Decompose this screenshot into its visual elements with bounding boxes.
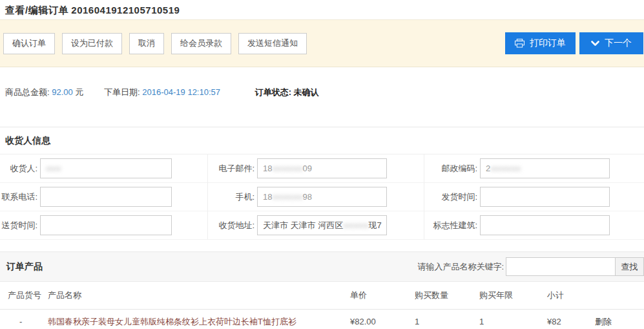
confirm-order-button[interactable]: 确认订单 [3,33,55,54]
chevron-down-icon [591,41,599,47]
product-search-area: 请输入产品名称关键字: 查找 [417,257,644,276]
redacted-value: ●●●●● [343,220,368,230]
order-summary: 商品总金额: 92.00 元 下单日期: 2016-04-19 12:10:57… [0,67,644,98]
delivery-time-input[interactable] [40,215,172,235]
order-date-value: 2016-04-19 12:10:57 [142,87,220,97]
print-order-label: 打印订单 [530,37,566,49]
toolbar-right-buttons: 打印订单 下一个 [505,32,643,54]
products-table-header-row: 产品货号 产品名称 单价 购买数量 购买年限 小计 [0,282,644,309]
redacted-value: ●●●●●● [272,192,302,202]
col-years: 购买年限 [477,282,545,309]
consignee-input[interactable]: ●●● [40,158,172,178]
field-email: 电子邮件: 18●●●●●●09 [208,154,424,183]
ship-time-input[interactable] [480,187,610,207]
delete-link[interactable]: 删除 [595,317,612,326]
field-phone: 联系电话: [0,183,208,211]
row-subtotal: ¥82 [545,309,592,329]
col-name: 产品名称 [45,282,348,309]
row-price: ¥82.00 [348,309,412,329]
products-section-header: 订单产品 请输入产品名称关键字: 查找 [0,251,644,282]
field-address: 收货地址: 天津市 天津市 河西区●●●●●现7 [208,211,424,240]
col-sku: 产品货号 [0,282,45,309]
phone-input[interactable] [40,187,172,207]
products-section-title: 订单产品 [6,261,43,273]
recipient-section-title: 收货人信息 [0,127,644,154]
member-payment-button[interactable]: 给会员录款 [171,33,231,54]
order-date: 下单日期: 2016-04-19 12:10:57 [104,87,220,97]
email-input[interactable]: 18●●●●●●09 [257,158,387,178]
order-status: 订单状态: 未确认 [255,87,319,97]
recipient-form: 收货人: ●●● 电子邮件: 18●●●●●●09 邮政编码: 2●●●●●● … [0,154,644,240]
field-mobile: 手机: 18●●●●●●98 [208,183,424,211]
redacted-value: ●●●●●● [490,164,521,173]
row-qty: 1 [412,309,477,329]
landmark-input[interactable] [480,215,610,235]
row-product-name: 韩国春秋亲子装母女儿童韩版纯棉条纹衫上衣荷叶边长袖T恤打底衫 [45,309,348,329]
col-qty: 购买数量 [412,282,477,309]
toolbar: 确认订单 设为已付款 取消 给会员录款 发送短信通知 打印订单 [0,19,644,67]
send-sms-button[interactable]: 发送短信通知 [238,33,307,54]
order-total-value: 92.00 [52,87,73,97]
table-row: - 韩国春秋亲子装母女儿童韩版纯棉条纹衫上衣荷叶边长袖T恤打底衫 ¥82.00 … [0,309,644,329]
field-ship-time: 发货时间: [424,183,644,211]
toolbar-left-buttons: 确认订单 设为已付款 取消 给会员录款 发送短信通知 [3,33,307,54]
cancel-button[interactable]: 取消 [129,33,164,54]
order-total: 商品总金额: 92.00 元 [5,87,83,97]
titlebar: 查看/编辑订单 2016041912105710519 [0,0,644,19]
mobile-input[interactable]: 18●●●●●●98 [257,187,387,207]
col-price: 单价 [348,282,412,309]
col-subtotal: 小计 [545,282,592,309]
products-table: 产品货号 产品名称 单价 购买数量 购买年限 小计 - 韩国春秋亲子装母女儿童韩… [0,282,644,329]
field-zipcode: 邮政编码: 2●●●●●● [424,154,644,183]
search-label: 请输入产品名称关键字: [417,261,504,273]
search-button[interactable]: 查找 [616,257,644,276]
next-order-label: 下一个 [605,37,632,49]
row-years: 1 [477,309,545,329]
mark-paid-button[interactable]: 设为已付款 [62,33,122,54]
page-title: 查看/编辑订单 2016041912105710519 [5,5,639,17]
product-search-input[interactable] [506,257,616,276]
row-sku: - [0,309,45,329]
address-input[interactable]: 天津市 天津市 河西区●●●●●现7 [257,215,387,235]
order-status-value: 未确认 [294,87,319,97]
print-order-button[interactable]: 打印订单 [505,32,576,54]
next-order-button[interactable]: 下一个 [579,32,643,54]
field-delivery-time: 送货时间: [0,211,208,240]
field-consignee: 收货人: ●●● [0,154,208,183]
order-edit-page: 查看/编辑订单 2016041912105710519 确认订单 设为已付款 取… [0,0,644,329]
zipcode-input[interactable]: 2●●●●●● [480,158,610,178]
redacted-value: ●●● [46,164,61,173]
redacted-value: ●●●●●● [272,164,302,173]
printer-icon [515,39,525,48]
col-action [592,282,644,309]
field-landmark: 标志性建筑: [424,211,644,240]
